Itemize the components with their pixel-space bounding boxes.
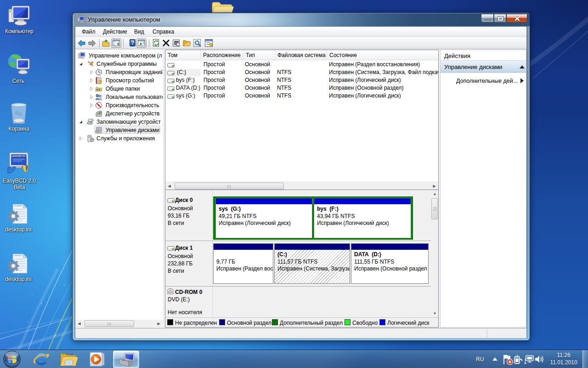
svg-text:EasyBCD: EasyBCD bbox=[13, 155, 25, 157]
